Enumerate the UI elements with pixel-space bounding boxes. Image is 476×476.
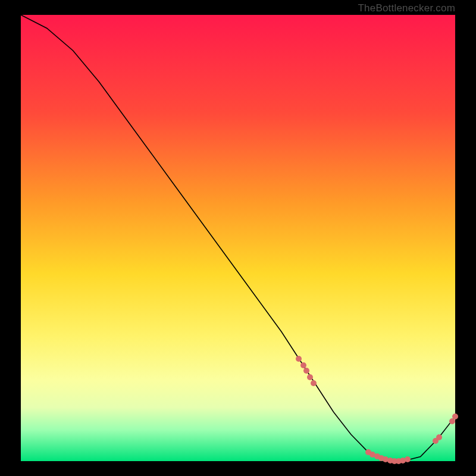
chart-container: TheBottlenecker.com — [0, 0, 476, 476]
data-marker — [311, 380, 317, 386]
data-marker — [452, 414, 458, 419]
data-marker — [405, 456, 411, 462]
plot-area — [21, 15, 455, 461]
curve-layer — [21, 15, 455, 461]
attribution-label: TheBottlenecker.com — [358, 2, 456, 14]
data-marker — [296, 356, 302, 362]
bottleneck-curve — [21, 15, 455, 461]
